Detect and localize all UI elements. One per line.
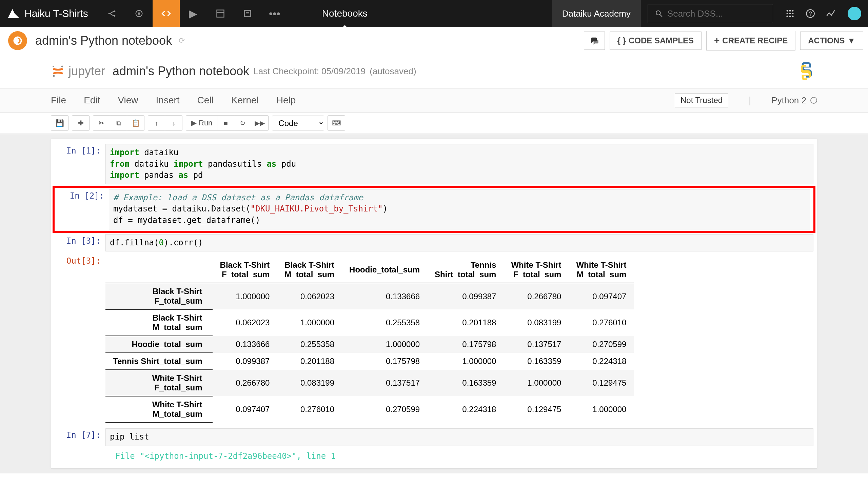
- academy-button[interactable]: Dataiku Academy: [552, 0, 641, 27]
- code-cell-3[interactable]: In [3]: df.fillna(0).corr(): [51, 233, 817, 253]
- cell-input[interactable]: # Example: load a DSS dataset as a Panda…: [109, 189, 810, 229]
- move-up-button[interactable]: ↑: [148, 116, 165, 130]
- cell-value: 1.000000: [569, 396, 634, 423]
- more-icon[interactable]: •••: [261, 0, 288, 27]
- activity-icon[interactable]: [821, 0, 841, 27]
- menu-bar: File Edit View Insert Cell Kernel Help N…: [0, 88, 868, 113]
- run-icon[interactable]: ▶: [180, 0, 207, 27]
- svg-point-23: [61, 65, 63, 67]
- datasets-icon[interactable]: [125, 0, 153, 27]
- wiki-icon[interactable]: [234, 0, 261, 27]
- notebook-title[interactable]: admin's Python notebook: [113, 64, 249, 78]
- flow-icon[interactable]: [98, 0, 125, 27]
- nav-left: Haiku T-Shirts ▶ •••: [0, 0, 288, 27]
- kernel-indicator[interactable]: Python 2: [771, 95, 817, 106]
- menu-help[interactable]: Help: [276, 95, 296, 106]
- section-title[interactable]: Notebooks: [312, 1, 378, 26]
- actions-button[interactable]: ACTIONS ▼: [800, 32, 863, 50]
- cell-output: Black T-ShirtF_total_sumBlack T-ShirtM_t…: [105, 254, 813, 426]
- apps-icon[interactable]: [780, 0, 800, 27]
- search-box[interactable]: [648, 4, 773, 23]
- cell-value: 0.276010: [569, 309, 634, 336]
- table-row: White T-ShirtM_total_sum0.0974070.276010…: [105, 396, 634, 423]
- insert-cell-button[interactable]: ✚: [72, 116, 89, 130]
- svg-point-15: [787, 13, 788, 15]
- cell-value: 0.137517: [342, 370, 427, 396]
- cell-type-select[interactable]: Code: [272, 116, 324, 130]
- menu-file[interactable]: File: [51, 95, 66, 106]
- project-name[interactable]: Haiku T-Shirts: [24, 8, 88, 19]
- cell-value: 0.276010: [277, 396, 342, 423]
- dataframe-table: Black T-ShirtF_total_sumBlack T-ShirtM_t…: [105, 257, 634, 423]
- cell-value: 0.137517: [504, 336, 569, 353]
- svg-point-14: [792, 10, 794, 12]
- refresh-icon[interactable]: ⟳: [179, 36, 185, 45]
- code-icon[interactable]: [153, 0, 180, 27]
- svg-point-10: [656, 11, 660, 15]
- menu-cell[interactable]: Cell: [197, 95, 214, 106]
- command-palette-button[interactable]: ⌨: [328, 116, 345, 130]
- code-samples-button[interactable]: { }CODE SAMPLES: [610, 32, 702, 50]
- code-cell-1[interactable]: In [1]: import dataiku from dataiku impo…: [51, 143, 817, 186]
- menu-kernel[interactable]: Kernel: [231, 95, 259, 106]
- svg-point-17: [792, 13, 794, 15]
- notebook-body: In [1]: import dataiku from dataiku impo…: [0, 134, 868, 473]
- menu-edit[interactable]: Edit: [84, 95, 100, 106]
- run-button[interactable]: ▶ Run: [186, 116, 217, 130]
- jupyter-logo[interactable]: jupyter: [51, 64, 105, 78]
- page-header: admin's Python notebook ⟳ { }CODE SAMPLE…: [0, 27, 868, 54]
- cell-value: 0.163359: [504, 353, 569, 370]
- svg-rect-7: [244, 11, 251, 17]
- col-header: Hoodie_total_sum: [342, 257, 427, 283]
- cell-input[interactable]: pip list: [105, 428, 813, 446]
- paste-button[interactable]: 📋: [127, 116, 144, 130]
- row-header: Black T-ShirtF_total_sum: [105, 283, 213, 309]
- create-recipe-button[interactable]: +CREATE RECIPE: [706, 31, 795, 50]
- copy-button[interactable]: ⧉: [110, 116, 127, 130]
- discuss-button[interactable]: [584, 32, 605, 50]
- table-row: Black T-ShirtM_total_sum0.0620231.000000…: [105, 309, 634, 336]
- svg-point-19: [789, 16, 791, 17]
- dataiku-logo[interactable]: [7, 7, 20, 20]
- trusted-button[interactable]: Not Trusted: [675, 93, 728, 107]
- save-button[interactable]: 💾: [51, 116, 68, 130]
- menu-insert[interactable]: Insert: [156, 95, 180, 106]
- row-header: White T-ShirtF_total_sum: [105, 370, 213, 396]
- code-cell-2[interactable]: In [2]: # Example: load a DSS dataset as…: [53, 186, 815, 233]
- code-cell-7[interactable]: In [7]: pip list: [51, 427, 817, 447]
- prompt: Out[3]:: [55, 254, 105, 426]
- checkpoint-text: Last Checkpoint: 05/09/2019: [253, 66, 366, 77]
- cell-value: 0.224318: [427, 396, 504, 423]
- cell-value: 0.255358: [277, 336, 342, 353]
- notch-indicator: [341, 25, 348, 28]
- cell-value: 0.255358: [342, 309, 427, 336]
- cell-value: 0.224318: [569, 353, 634, 370]
- row-header: Black T-ShirtM_total_sum: [105, 309, 213, 336]
- prompt: In [1]:: [55, 144, 105, 184]
- top-nav: Haiku T-Shirts ▶ ••• Notebooks: [0, 0, 868, 27]
- menu-view[interactable]: View: [118, 95, 138, 106]
- help-icon[interactable]: ?: [800, 0, 821, 27]
- cell-input[interactable]: df.fillna(0).corr(): [105, 234, 813, 252]
- cell-input[interactable]: import dataiku from dataiku import panda…: [105, 144, 813, 184]
- prompt: [55, 449, 105, 464]
- cell-value: 1.000000: [277, 309, 342, 336]
- dashboard-icon[interactable]: [207, 0, 234, 27]
- cut-button[interactable]: ✂: [93, 116, 110, 130]
- user-avatar[interactable]: [848, 7, 861, 20]
- search-input[interactable]: [667, 8, 766, 19]
- svg-point-13: [789, 10, 791, 12]
- run-all-button[interactable]: ▶▶: [251, 116, 268, 130]
- col-header: White T-ShirtM_total_sum: [569, 257, 634, 283]
- move-down-button[interactable]: ↓: [165, 116, 182, 130]
- cell-value: 1.000000: [427, 353, 504, 370]
- cell-value: 0.099387: [213, 353, 277, 370]
- cell-value: 1.000000: [342, 336, 427, 353]
- svg-point-16: [789, 13, 791, 15]
- svg-point-25: [53, 66, 54, 67]
- cell-value: 0.097407: [569, 283, 634, 309]
- stop-button[interactable]: ■: [217, 116, 234, 130]
- col-header: White T-ShirtF_total_sum: [504, 257, 569, 283]
- cell-value: 0.175798: [342, 353, 427, 370]
- restart-button[interactable]: ↻: [234, 116, 251, 130]
